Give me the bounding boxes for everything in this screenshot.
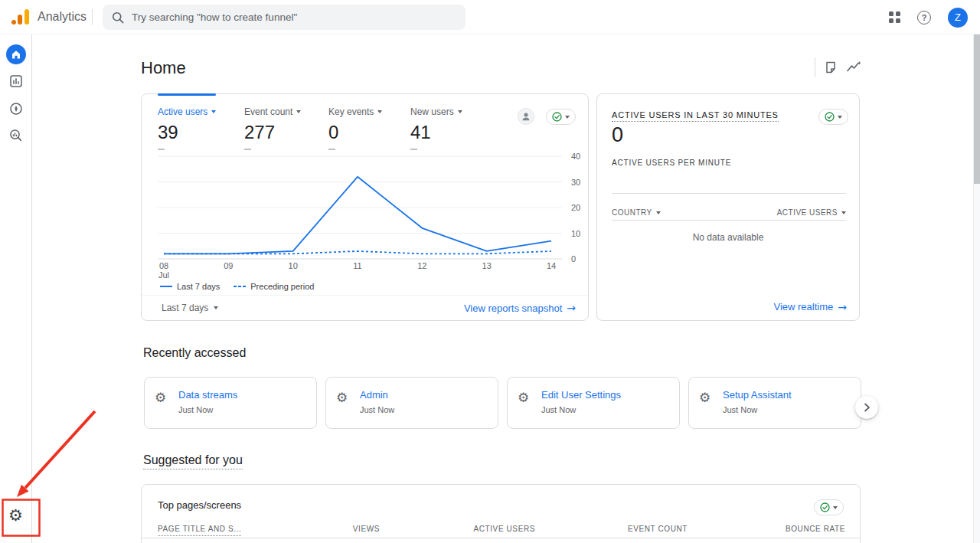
recent-card-time: Just Now [723, 405, 757, 414]
legend-item-preceding: Preceding period [234, 282, 314, 291]
data-quality-dropdown[interactable] [546, 109, 576, 125]
svg-text:08: 08 [159, 261, 168, 270]
notes-button[interactable] [824, 61, 838, 77]
analytics-logo[interactable]: Analytics [11, 8, 87, 26]
metric-tab-new-users[interactable]: New users 41 [410, 106, 462, 150]
dashed-line-swatch [234, 286, 246, 287]
svg-text:40: 40 [571, 153, 580, 161]
sidebar: ⚙ [0, 34, 32, 543]
recent-card-title: Data streams [178, 389, 237, 401]
chevron-down-icon [841, 211, 846, 214]
chevron-down-icon [656, 211, 661, 214]
date-range-selector[interactable]: Last 7 days [162, 303, 218, 313]
column-event-count: EVENT COUNT [628, 525, 688, 533]
view-realtime-link[interactable]: View realtime → [773, 301, 847, 312]
metric-sparkline [158, 149, 165, 150]
top-pages-title: Top pages/screens [158, 499, 241, 511]
overview-card-footer: Last 7 days View reports snapshot → [142, 295, 588, 320]
svg-text:20: 20 [571, 203, 580, 212]
check-circle-icon [552, 112, 562, 122]
topbar-divider [92, 9, 93, 25]
insights-icon [846, 61, 861, 74]
overview-line-chart: 01020304008Jul091011121314 [158, 153, 586, 283]
date-range-label: Last 7 days [162, 303, 208, 313]
data-quality-dropdown[interactable] [818, 109, 848, 125]
scroll-right-button[interactable] [855, 396, 878, 419]
column-active-users: ACTIVE USERS [473, 525, 535, 533]
metric-value: 0 [328, 122, 382, 143]
chevron-right-icon [861, 402, 872, 413]
link-label: View realtime [773, 301, 833, 312]
svg-text:12: 12 [417, 261, 426, 270]
chevron-down-icon [458, 110, 462, 113]
avatar[interactable]: Z [948, 8, 968, 28]
svg-text:13: 13 [482, 261, 492, 270]
recent-card-data-streams[interactable]: ⚙ Data streams Just Now [144, 377, 317, 429]
country-column-header[interactable]: COUNTRY [612, 208, 661, 217]
sidebar-item-home[interactable] [6, 44, 26, 64]
explore-icon [9, 102, 23, 116]
app-name: Analytics [38, 10, 87, 24]
metric-value: 277 [244, 122, 301, 143]
analytics-app: Analytics ? Z [0, 0, 980, 543]
svg-text:14: 14 [547, 261, 556, 270]
svg-text:09: 09 [224, 261, 233, 270]
overview-card: Active users 39 Event count 277 Key even… [141, 93, 589, 321]
no-data-message: No data available [597, 232, 859, 243]
metric-tab-key-events[interactable]: Key events 0 [328, 106, 382, 150]
realtime-title: ACTIVE USERS IN LAST 30 MINUTES [612, 110, 779, 122]
realtime-per-minute-chart [612, 171, 846, 194]
settings-gear-icon: ⚙ [8, 508, 23, 524]
comparison-user-button[interactable] [518, 108, 534, 125]
metric-value: 39 [158, 122, 216, 143]
gear-icon: ⚙ [155, 390, 166, 405]
svg-text:10: 10 [571, 229, 580, 238]
recent-card-title: Edit User Settings [541, 389, 621, 401]
recent-card-edit-user-settings[interactable]: ⚙ Edit User Settings Just Now [507, 377, 680, 429]
recent-card-setup-assistant[interactable]: ⚙ Setup Assistant Just Now [688, 377, 861, 429]
recent-card-admin[interactable]: ⚙ Admin Just Now [325, 377, 498, 429]
gear-icon: ⚙ [699, 390, 710, 405]
realtime-per-minute-label: ACTIVE USERS PER MINUTE [612, 159, 731, 167]
recent-card-title: Admin [360, 389, 388, 401]
legend-label: Last 7 days [177, 282, 220, 291]
realtime-card: ACTIVE USERS IN LAST 30 MINUTES 0 ACTIVE… [596, 93, 860, 321]
page-title: Home [141, 58, 186, 78]
column-views: VIEWS [353, 525, 380, 533]
metric-label: Event count [244, 106, 292, 117]
reports-icon [9, 74, 23, 88]
sidebar-item-advertising[interactable] [9, 129, 23, 142]
scrollbar-thumb[interactable] [974, 34, 980, 184]
gear-icon: ⚙ [518, 390, 529, 405]
help-icon[interactable]: ? [917, 11, 931, 25]
sidebar-item-reports[interactable] [9, 74, 23, 88]
scrollbar-track [973, 34, 980, 543]
search-input[interactable] [132, 11, 456, 23]
column-page-title: PAGE TITLE AND S... [158, 525, 241, 536]
recent-card-time: Just Now [360, 405, 394, 414]
suggested-heading-label: Suggested for you [143, 453, 243, 469]
topbar: Analytics ? Z [0, 0, 980, 34]
sidebar-item-explore[interactable] [9, 102, 23, 116]
metric-tab-event-count[interactable]: Event count 277 [244, 106, 301, 150]
home-icon [6, 44, 26, 64]
metric-tab-active-users[interactable]: Active users 39 [158, 106, 216, 150]
topbar-actions: ? Z [889, 0, 968, 34]
gear-icon: ⚙ [336, 390, 348, 405]
sidebar-item-admin-settings[interactable]: ⚙ [8, 508, 23, 524]
apps-grid-icon[interactable] [889, 11, 900, 23]
chevron-down-icon [214, 306, 218, 309]
column-bounce-rate: BOUNCE RATE [786, 525, 845, 533]
svg-text:30: 30 [571, 178, 580, 187]
recently-accessed-row: ⚙ Data streams Just Now ⚙ Admin Just Now… [144, 377, 861, 429]
view-reports-snapshot-link[interactable]: View reports snapshot → [464, 303, 576, 314]
top-pages-table-header: PAGE TITLE AND S... VIEWS ACTIVE USERS E… [142, 522, 860, 538]
chevron-down-icon [296, 110, 301, 113]
search-bar[interactable] [103, 5, 466, 30]
check-circle-icon [825, 112, 835, 122]
active-users-column-header[interactable]: ACTIVE USERS [777, 208, 846, 217]
data-quality-dropdown[interactable] [814, 499, 844, 515]
insights-button[interactable] [846, 61, 861, 77]
svg-text:11: 11 [353, 261, 361, 270]
chart-legend: Last 7 days Preceding period [160, 282, 314, 291]
